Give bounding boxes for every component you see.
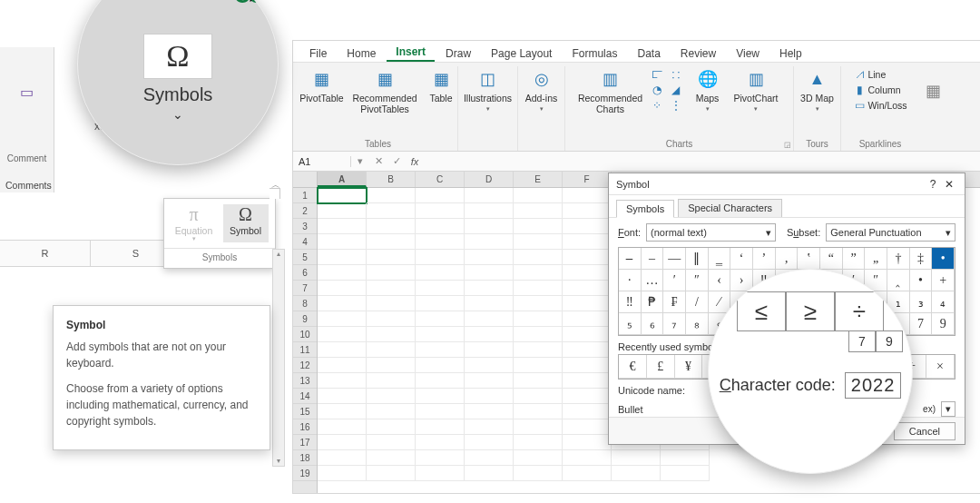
cell[interactable] — [318, 466, 367, 481]
scroll-up-icon[interactable]: ▴ — [273, 250, 284, 259]
symbol-cell[interactable]: ₆ — [642, 313, 664, 335]
symbol-cell[interactable]: ₈ — [686, 313, 709, 335]
tab-page-layout[interactable]: Page Layout — [482, 45, 561, 62]
symbol-cell[interactable]: ‛ — [798, 248, 820, 270]
symbol-ge[interactable]: ≥ — [786, 291, 835, 331]
cell[interactable] — [318, 358, 367, 373]
cell[interactable] — [318, 327, 367, 342]
row-1[interactable]: 1 — [293, 188, 317, 203]
cell[interactable] — [563, 358, 612, 373]
pivotchart-button[interactable]: ▥PivotChart▾ — [731, 68, 781, 112]
chart-scatter-icon[interactable]: ⁘ — [649, 99, 665, 112]
symbol-9[interactable]: 9 — [876, 330, 903, 352]
symbol-item[interactable]: Ω Symbol — [223, 204, 269, 242]
font-select[interactable]: (normal text)▾ — [646, 223, 776, 242]
cell[interactable] — [563, 435, 612, 450]
cell[interactable] — [367, 296, 416, 311]
cell[interactable] — [416, 358, 465, 373]
symbol-cell[interactable]: „ — [865, 248, 887, 270]
cell[interactable] — [563, 419, 612, 435]
equation-item[interactable]: π Equation ▾ — [172, 204, 217, 242]
sparkline-winloss-button[interactable]: ▭Win/Loss — [850, 99, 909, 113]
cell[interactable] — [318, 419, 367, 435]
row-6[interactable]: 6 — [293, 265, 317, 281]
symbol-cell[interactable]: ‘ — [730, 248, 753, 270]
cell[interactable] — [318, 234, 367, 250]
cell[interactable] — [563, 311, 612, 327]
symbol-7[interactable]: 7 — [848, 330, 876, 352]
symbol-cell[interactable]: ‸ — [887, 270, 910, 291]
symbol-cell[interactable]: ‼ — [619, 291, 642, 313]
cell[interactable] — [514, 311, 563, 327]
recent-symbol[interactable]: € — [619, 355, 647, 379]
symbol-cell[interactable]: ₄ — [932, 291, 955, 313]
symbol-cell[interactable]: ₃ — [910, 291, 933, 313]
cell[interactable] — [514, 219, 563, 234]
cell[interactable] — [514, 358, 563, 373]
cell[interactable] — [318, 265, 367, 281]
name-box[interactable]: A1 — [293, 156, 351, 167]
cell[interactable] — [318, 450, 367, 466]
row-2[interactable]: 2 — [293, 203, 317, 219]
cell[interactable] — [416, 435, 465, 450]
cell[interactable] — [416, 219, 465, 234]
cell[interactable] — [612, 450, 661, 466]
cell[interactable] — [514, 389, 563, 404]
col-r[interactable]: R — [0, 241, 91, 266]
symbol-cell[interactable]: · — [619, 270, 642, 291]
cell[interactable] — [367, 234, 416, 250]
cell[interactable] — [465, 389, 514, 404]
row-10[interactable]: 10 — [293, 327, 317, 342]
cell[interactable] — [367, 203, 416, 219]
cell[interactable] — [367, 419, 416, 435]
tab-help[interactable]: Help — [770, 45, 811, 62]
cell[interactable] — [318, 219, 367, 234]
cell[interactable] — [416, 234, 465, 250]
cell[interactable] — [416, 404, 465, 419]
symbol-cell[interactable]: ₇ — [663, 313, 686, 335]
pivottable-button[interactable]: ▦PivotTable — [297, 68, 347, 104]
symbol-cell[interactable]: ’ — [753, 248, 776, 270]
cell[interactable] — [514, 342, 563, 358]
cell[interactable] — [563, 281, 612, 296]
cell[interactable] — [514, 373, 563, 389]
help-icon[interactable]: ? — [925, 178, 941, 191]
cell[interactable] — [563, 265, 612, 281]
cell[interactable] — [367, 389, 416, 404]
cell[interactable] — [465, 250, 514, 265]
tab-symbols[interactable]: Symbols — [616, 200, 674, 218]
maps-button[interactable]: 🌐Maps▾ — [690, 68, 726, 112]
col-C[interactable]: C — [416, 172, 465, 187]
symbol-cell[interactable]: ‗ — [709, 248, 731, 270]
row-18[interactable]: 18 — [293, 450, 317, 466]
symbol-cell[interactable]: ″ — [686, 270, 709, 291]
cell[interactable] — [416, 250, 465, 265]
enter-formula-icon[interactable]: ✓ — [387, 155, 406, 167]
cell[interactable] — [367, 342, 416, 358]
tab-insert[interactable]: Insert — [387, 44, 435, 62]
cell[interactable] — [465, 435, 514, 450]
symbol-cell[interactable]: “ — [820, 248, 843, 270]
namebox-dropdown-icon[interactable]: ▾ — [351, 155, 369, 167]
tab-draw[interactable]: Draw — [436, 45, 480, 62]
cell[interactable] — [318, 311, 367, 327]
cell[interactable] — [563, 373, 612, 389]
cell[interactable] — [416, 265, 465, 281]
row-12[interactable]: 12 — [293, 358, 317, 373]
cell[interactable] — [514, 419, 563, 435]
row-3[interactable]: 3 — [293, 219, 317, 234]
cell[interactable] — [416, 450, 465, 466]
symbol-cell[interactable]: ‹ — [709, 270, 731, 291]
cell[interactable] — [514, 203, 563, 219]
symbol-divide[interactable]: ÷ — [835, 291, 884, 331]
chevron-up-icon[interactable]: ︿ — [271, 179, 280, 192]
row-8[interactable]: 8 — [293, 296, 317, 311]
tab-formulas[interactable]: Formulas — [563, 45, 626, 62]
cell[interactable] — [563, 466, 612, 481]
cell[interactable] — [661, 466, 710, 481]
cell[interactable] — [416, 203, 465, 219]
tab-home[interactable]: Home — [338, 45, 385, 62]
cell[interactable] — [367, 265, 416, 281]
cancel-button[interactable]: Cancel — [894, 422, 956, 440]
symbol-cell[interactable]: ′ — [663, 270, 686, 291]
